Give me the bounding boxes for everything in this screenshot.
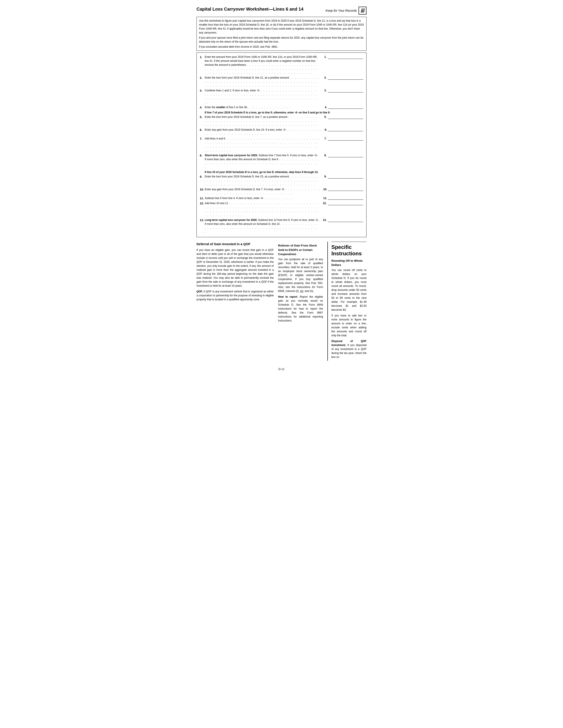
ws-row-4: 4. Enter the smaller of line 2 or line 3…	[200, 105, 363, 110]
ws-linenum-8: 8.	[320, 153, 327, 157]
ws-text-2: Enter the loss from your 2019 Schedule D…	[205, 76, 320, 88]
ws-text-7: Add lines 4 and 6 . . . . . . . . . . . …	[205, 137, 320, 152]
deferral-heading: Deferral of Gain Invested in a QOF	[196, 242, 274, 247]
rounding-heading: Rounding Off to Whole Dollars	[332, 259, 367, 267]
ws-num-1: 1.	[200, 55, 205, 59]
ws-num-8: 8.	[200, 153, 205, 158]
ws-text-13: Long-term capital loss carryover for 202…	[205, 218, 320, 234]
ws-inline-label-10: 10.	[323, 187, 327, 191]
ws-input-2[interactable]	[328, 76, 363, 80]
ws-num-11: 11.	[200, 196, 205, 201]
ws-text-1: Enter the amount from your 2019 Form 104…	[205, 55, 320, 75]
bottom-section: Deferral of Gain Invested in a QOF If yo…	[196, 242, 367, 361]
ws-note-after-4: If line 7 of your 2019 Schedule D is a l…	[205, 111, 363, 114]
ws-linenum-2: 2.	[320, 76, 327, 80]
ws-row-9: 9. Enter the loss from your 2019 Schedul…	[200, 175, 363, 186]
ws-inline-label-6: 6.	[325, 128, 327, 132]
ws-num-10: 10.	[200, 187, 205, 192]
ws-row-8: 8. Short-term capital loss carryover for…	[200, 153, 363, 169]
rounding-body2: If you have to add two or more amounts t…	[332, 314, 367, 337]
ws-input-6[interactable]	[328, 128, 363, 131]
ws-text-5: Enter the loss from your 2019 Schedule D…	[205, 115, 320, 127]
ws-input-7[interactable]	[328, 137, 363, 141]
ws-text-9: Enter the loss from your 2019 Schedule D…	[205, 175, 320, 186]
ws-num-12: 12.	[200, 201, 205, 206]
notebook-icon: 📓	[359, 7, 367, 15]
ws-num-9: 9.	[200, 175, 205, 179]
ws-num-3: 3.	[200, 88, 205, 93]
page-number: D-11	[196, 367, 367, 371]
ws-input-1[interactable]	[328, 55, 363, 59]
ws-linenum-5: 5.	[320, 115, 327, 119]
ws-text-11: Subtract line 5 from line 4. If zero or …	[205, 196, 323, 200]
ws-num-7: 7.	[200, 137, 205, 141]
ws-linenum-3: 3.	[320, 88, 327, 92]
intro-para2: If you and your spouse once filed a join…	[199, 36, 364, 44]
intro-box: Use this worksheet to figure your capita…	[196, 17, 367, 51]
ws-text-8: Short-term capital loss carryover for 20…	[205, 153, 320, 169]
ws-linenum-7: 7.	[320, 137, 327, 141]
worksheet-box: 1. Enter the amount from your 2019 Form …	[196, 53, 367, 237]
rollover-heading: Rollover of Gain From Stock Sold to ESOP…	[278, 243, 323, 256]
ws-num-5: 5.	[200, 115, 205, 119]
ws-row-1: 1. Enter the amount from your 2019 Form …	[200, 55, 363, 75]
ws-num-4: 4.	[200, 105, 205, 110]
ws-input-5[interactable]	[328, 115, 363, 119]
keep-for-records-label: Keep for Your Records	[326, 9, 357, 12]
ws-num-6: 6.	[200, 128, 205, 132]
intro-para3: If you excluded canceled debt from incom…	[199, 45, 364, 49]
header-right: Keep for Your Records 📓	[326, 7, 367, 15]
ws-input-10[interactable]	[328, 187, 363, 191]
specific-instructions-section: Specific Instructions Rounding Off to Wh…	[328, 242, 367, 361]
deferral-section: Deferral of Gain Invested in a QOF If yo…	[196, 242, 278, 361]
ws-row-7: 7. Add lines 4 and 6 . . . . . . . . . .…	[200, 137, 363, 152]
intro-para1: Use this worksheet to figure your capita…	[199, 19, 364, 35]
ws-text-10: Enter any gain from your 2019 Schedule D…	[205, 187, 323, 195]
specific-instructions-title: Specific Instructions	[332, 244, 367, 257]
ws-row-5: 5. Enter the loss from your 2019 Schedul…	[200, 115, 363, 127]
how-to-report-bold: How to report.	[278, 295, 298, 298]
ws-linenum-12: 12.	[320, 201, 327, 205]
ws-input-4[interactable]	[328, 105, 363, 109]
page-header: Capital Loss Carryover Worksheet—Lines 6…	[196, 7, 367, 15]
ws-input-8[interactable]	[328, 153, 363, 157]
disposal: Disposal of QOF investment. If you dispo…	[332, 339, 367, 359]
rollover-body: You can postpone all or part of any gain…	[278, 257, 323, 293]
divider	[332, 242, 367, 242]
deferral-body2: QOF. A QOF is any investment vehicle tha…	[196, 290, 274, 301]
ws-row-10: 10. Enter any gain from your 2019 Schedu…	[200, 187, 363, 195]
ws-note-after-8: If line 15 of your 2019 Schedule D is a …	[205, 171, 363, 174]
ws-linenum-13: 13.	[320, 218, 327, 222]
ws-row-2: 2. Enter the loss from your 2019 Schedul…	[200, 76, 363, 88]
deferral-qof-text: A QOF is any investment vehicle that is …	[196, 290, 274, 301]
ws-text-3: Combine lines 1 and 2. If zero or less, …	[205, 88, 320, 104]
ws-text-6: Enter any gain from your 2019 Schedule D…	[205, 128, 325, 136]
ws-input-3[interactable]	[328, 88, 363, 92]
ws-text-12: Add lines 10 and 11 . . . . . . . . . . …	[205, 201, 320, 217]
ws-row-3: 3. Combine lines 1 and 2. If zero or les…	[200, 88, 363, 104]
how-to-report: How to report. Report the eligible gain …	[278, 295, 323, 323]
ws-num-13: 13.	[200, 218, 205, 222]
ws-num-2: 2.	[200, 76, 205, 80]
ws-linenum-9: 9.	[320, 175, 327, 179]
ws-linenum-1: 1.	[320, 55, 327, 59]
ws-row-6: 6. Enter any gain from your 2019 Schedul…	[200, 128, 363, 136]
deferral-qof-bold: QOF.	[196, 290, 203, 293]
ws-row-11: 11. Subtract line 5 from line 4. If zero…	[200, 196, 363, 201]
rounding-body1: You can round off cents to whole dollars…	[332, 268, 367, 312]
how-to-report-text: Report the eligible gain as you normally…	[278, 295, 323, 322]
ws-inline-label-4: 4.	[325, 105, 327, 109]
page-title: Capital Loss Carryover Worksheet—Lines 6…	[196, 7, 304, 12]
ws-row-12: 12. Add lines 10 and 11 . . . . . . . . …	[200, 201, 363, 217]
ws-input-13[interactable]	[328, 218, 363, 222]
ws-input-11[interactable]	[328, 196, 363, 200]
ws-text-4: Enter the smaller of line 2 or line 3b .…	[205, 105, 325, 109]
ws-input-12[interactable]	[328, 201, 363, 205]
ws-input-9[interactable]	[328, 175, 363, 179]
rollover-section: Rollover of Gain From Stock Sold to ESOP…	[278, 242, 328, 361]
deferral-body1: If you have an eligible gain, you can in…	[196, 248, 274, 288]
ws-row-13: 13. Long-term capital loss carryover for…	[200, 218, 363, 234]
ws-inline-label-11: 11.	[323, 196, 327, 200]
